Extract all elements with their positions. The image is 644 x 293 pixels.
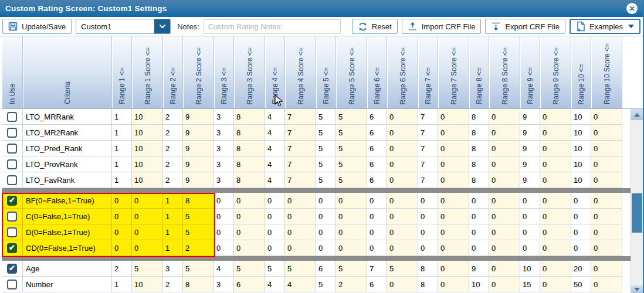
value-cell[interactable]: 0 xyxy=(132,240,163,256)
value-cell[interactable]: 15 xyxy=(520,277,540,292)
value-cell[interactable]: 0 xyxy=(316,224,336,240)
value-cell[interactable]: 0 xyxy=(214,240,234,256)
value-cell[interactable]: 5 xyxy=(316,125,336,141)
value-cell[interactable]: 7 xyxy=(418,141,438,156)
value-cell[interactable]: 10 xyxy=(571,109,591,125)
in-use-checkbox[interactable] xyxy=(7,227,17,237)
value-cell[interactable]: 5 xyxy=(183,209,214,224)
value-cell[interactable]: 7 xyxy=(285,125,316,141)
value-cell[interactable]: 0 xyxy=(234,193,265,209)
in-use-checkbox[interactable] xyxy=(7,128,17,138)
value-cell[interactable]: 0 xyxy=(591,193,622,209)
value-cell[interactable]: 3 xyxy=(214,156,234,172)
column-header[interactable]: Range 1 <= xyxy=(112,36,132,108)
value-cell[interactable]: 0 xyxy=(540,125,571,141)
vertical-scrollbar[interactable] xyxy=(631,109,643,293)
value-cell[interactable]: 0 xyxy=(540,156,571,172)
value-cell[interactable]: 10 xyxy=(132,156,163,172)
value-cell[interactable]: 9 xyxy=(520,156,540,172)
value-cell[interactable]: 4 xyxy=(265,141,285,156)
value-cell[interactable]: 5 xyxy=(316,172,336,188)
in-use-checkbox[interactable] xyxy=(7,175,17,185)
value-cell[interactable]: 9 xyxy=(520,172,540,188)
value-cell[interactable]: 0 xyxy=(520,240,540,256)
value-cell[interactable]: 5 xyxy=(387,261,418,277)
value-cell[interactable]: 8 xyxy=(469,172,489,188)
value-cell[interactable]: 0 xyxy=(520,193,540,209)
value-cell[interactable]: 0 xyxy=(387,209,418,224)
value-cell[interactable]: 0 xyxy=(469,193,489,209)
value-cell[interactable]: 4 xyxy=(265,125,285,141)
value-cell[interactable]: 5 xyxy=(183,224,214,240)
value-cell[interactable]: 5 xyxy=(336,125,367,141)
value-cell[interactable]: 1 xyxy=(112,277,132,292)
value-cell[interactable]: 10 xyxy=(132,172,163,188)
value-cell[interactable]: 0 xyxy=(571,193,591,209)
value-cell[interactable]: 7 xyxy=(367,261,387,277)
value-cell[interactable]: 0 xyxy=(591,261,622,277)
column-header[interactable]: Range 7 <= xyxy=(418,36,438,108)
value-cell[interactable]: 0 xyxy=(571,209,591,224)
value-cell[interactable]: 0 xyxy=(285,240,316,256)
in-use-checkbox[interactable] xyxy=(7,144,17,154)
value-cell[interactable]: 0 xyxy=(591,109,622,125)
value-cell[interactable]: 10 xyxy=(469,277,489,292)
value-cell[interactable]: 1 xyxy=(112,125,132,141)
value-cell[interactable]: 6 xyxy=(367,141,387,156)
column-header[interactable]: Range 5 Score <= xyxy=(336,36,367,108)
value-cell[interactable]: 9 xyxy=(183,141,214,156)
value-cell[interactable]: 0 xyxy=(367,193,387,209)
column-header[interactable]: Range 9 Score <= xyxy=(540,36,571,108)
value-cell[interactable]: 0 xyxy=(234,224,265,240)
value-cell[interactable]: 0 xyxy=(336,240,367,256)
scroll-up-button[interactable] xyxy=(631,109,643,120)
value-cell[interactable]: 0 xyxy=(469,240,489,256)
value-cell[interactable]: 10 xyxy=(520,261,540,277)
value-cell[interactable]: 5 xyxy=(265,261,285,277)
value-cell[interactable]: 4 xyxy=(214,261,234,277)
import-crf-button[interactable]: Import CRF File xyxy=(402,19,482,34)
value-cell[interactable]: 0 xyxy=(438,224,469,240)
value-cell[interactable]: 0 xyxy=(489,172,520,188)
value-cell[interactable]: 0 xyxy=(112,224,132,240)
value-cell[interactable]: 0 xyxy=(489,109,520,125)
value-cell[interactable]: 9 xyxy=(183,156,214,172)
preset-dropdown[interactable]: Custom1 xyxy=(76,19,171,34)
value-cell[interactable]: 3 xyxy=(214,125,234,141)
value-cell[interactable]: 3 xyxy=(163,261,183,277)
value-cell[interactable]: 9 xyxy=(183,109,214,125)
value-cell[interactable]: 0 xyxy=(265,240,285,256)
value-cell[interactable]: 0 xyxy=(540,172,571,188)
value-cell[interactable]: 2 xyxy=(336,277,367,292)
value-cell[interactable]: 6 xyxy=(367,109,387,125)
value-cell[interactable]: 7 xyxy=(418,125,438,141)
value-cell[interactable]: 7 xyxy=(418,109,438,125)
value-cell[interactable]: 0 xyxy=(591,240,622,256)
value-cell[interactable]: 5 xyxy=(132,261,163,277)
column-header[interactable]: Range 9 <= xyxy=(520,36,540,108)
column-header[interactable]: In Use xyxy=(2,36,23,108)
in-use-checkbox[interactable] xyxy=(7,280,17,289)
value-cell[interactable]: 0 xyxy=(367,224,387,240)
value-cell[interactable]: 2 xyxy=(163,156,183,172)
value-cell[interactable]: 0 xyxy=(336,209,367,224)
value-cell[interactable]: 9 xyxy=(520,125,540,141)
value-cell[interactable]: 0 xyxy=(438,141,469,156)
value-cell[interactable]: 0 xyxy=(214,224,234,240)
value-cell[interactable]: 10 xyxy=(571,125,591,141)
value-cell[interactable]: 6 xyxy=(367,125,387,141)
column-header[interactable]: Criteria xyxy=(23,36,112,108)
value-cell[interactable]: 2 xyxy=(112,261,132,277)
value-cell[interactable]: 0 xyxy=(387,240,418,256)
value-cell[interactable]: 8 xyxy=(469,109,489,125)
value-cell[interactable]: 0 xyxy=(316,240,336,256)
column-header[interactable]: Range 3 <= xyxy=(214,36,234,108)
examples-button[interactable]: Examples xyxy=(570,19,640,34)
value-cell[interactable]: 0 xyxy=(132,193,163,209)
value-cell[interactable]: 0 xyxy=(571,224,591,240)
value-cell[interactable]: 8 xyxy=(469,141,489,156)
value-cell[interactable]: 8 xyxy=(234,156,265,172)
value-cell[interactable]: 5 xyxy=(316,109,336,125)
value-cell[interactable]: 8 xyxy=(234,109,265,125)
value-cell[interactable]: 0 xyxy=(265,224,285,240)
